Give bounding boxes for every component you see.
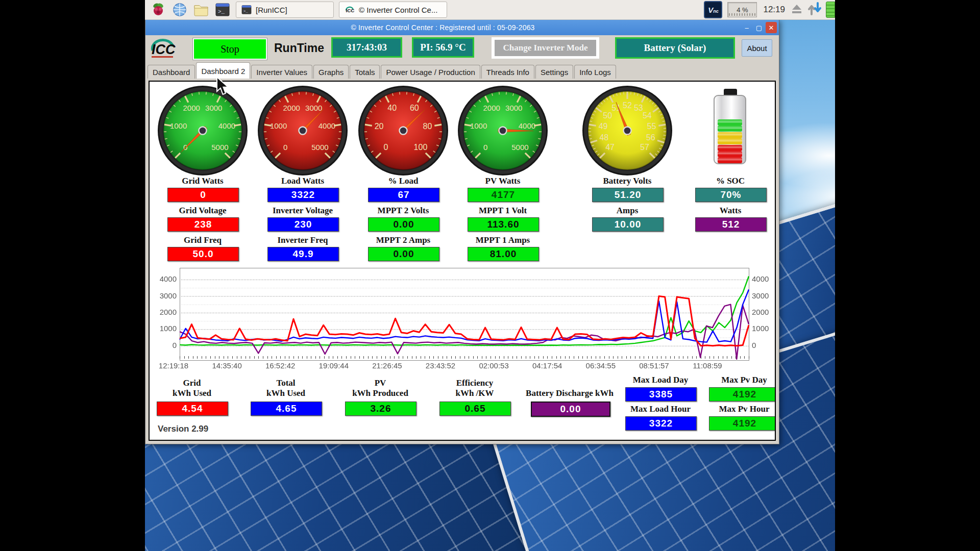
- stat-label: Grid Watts: [157, 176, 248, 186]
- taskbar-window-icc[interactable]: ICC © Inverter Control Ce...: [339, 2, 447, 18]
- web-browser-icon[interactable]: [172, 2, 188, 18]
- battery-charge-bar: [718, 145, 742, 151]
- svg-text:ICC: ICC: [346, 8, 355, 13]
- gauge-hub: [299, 127, 307, 135]
- stat-value-pv-watts: 4177: [468, 188, 539, 202]
- change-inverter-mode-wrap: Change Inverter Mode: [492, 37, 599, 59]
- file-manager-icon[interactable]: [193, 2, 209, 18]
- runtime-label: RunTime: [274, 41, 324, 55]
- svg-text:2000: 2000: [283, 104, 300, 112]
- stat-label: % Load: [358, 176, 449, 186]
- tab-power-usage-production[interactable]: Power Usage / Production: [381, 65, 480, 79]
- toolbar: ICC Stop RunTime 317:43:03 PI: 56.9 °C C…: [145, 35, 779, 62]
- battery-soc-icon: [714, 89, 747, 165]
- gauge-hub: [624, 127, 631, 135]
- battery-charge-bar: [718, 132, 742, 138]
- stat-label: Load Watts: [257, 176, 348, 186]
- eject-icon[interactable]: [791, 4, 802, 16]
- system-tray: Vnc 4 % 12:19: [704, 0, 835, 19]
- vnc-icon[interactable]: Vnc: [704, 1, 722, 18]
- svg-text:50: 50: [603, 111, 612, 120]
- gauge-load-watts: 010002000300040005000: [257, 85, 349, 177]
- svg-text:56: 56: [646, 133, 655, 142]
- stat-value-mppt-2-volts: 0.00: [368, 217, 439, 232]
- stat-label: Inverter Voltage: [257, 206, 348, 216]
- tab-inverter-values[interactable]: Inverter Values: [251, 65, 312, 79]
- gauge--load: 020406080100: [357, 85, 449, 177]
- stat-label: MPPT 2 Volts: [358, 206, 449, 216]
- svg-text:1000: 1000: [270, 121, 287, 130]
- svg-text:>_: >_: [243, 9, 249, 13]
- titlebar[interactable]: © Inverter Control Center : Registered u…: [145, 20, 779, 35]
- svg-text:20: 20: [375, 122, 384, 131]
- svg-text:52: 52: [623, 101, 632, 110]
- terminal-icon: >_: [241, 5, 252, 14]
- taskbar-window-label: © Inverter Control Ce...: [359, 6, 437, 14]
- power-history-chart: [150, 266, 776, 370]
- stat-value-grid-voltage: 238: [167, 217, 239, 232]
- stat-label: Grid Freq: [157, 235, 248, 245]
- battery-charge-bar: [718, 157, 742, 163]
- stat-label: Max Pv Hour: [699, 404, 776, 414]
- svg-text:ICC: ICC: [152, 42, 176, 57]
- stop-button[interactable]: Stop: [193, 38, 267, 60]
- gauge-hub: [199, 127, 207, 135]
- stat-value-max-load-hour: 3322: [625, 416, 697, 431]
- svg-text:80: 80: [423, 122, 432, 131]
- desktop: >_ >_ [RunICC] ICC © Inverter Control Ce…: [145, 0, 835, 551]
- battery-charge-bar: [718, 126, 742, 132]
- svg-text:57: 57: [640, 143, 649, 152]
- svg-text:1000: 1000: [170, 121, 187, 130]
- tab-settings[interactable]: Settings: [535, 65, 573, 79]
- svg-text:55: 55: [647, 122, 656, 131]
- svg-text:3000: 3000: [505, 104, 522, 112]
- cpu-usage-monitor[interactable]: 4 %: [727, 2, 757, 17]
- svg-text:5000: 5000: [211, 143, 228, 152]
- tab-bar: DashboardDashboard 2Inverter ValuesGraph…: [145, 62, 779, 79]
- stat-label: Grid kWh Used: [149, 376, 237, 398]
- svg-text:>_: >_: [218, 9, 225, 15]
- stat-label: MPPT 1 Amps: [457, 235, 548, 245]
- tab-dashboard[interactable]: Dashboard: [148, 65, 195, 79]
- gauge-hub: [499, 127, 507, 135]
- mouse-cursor: [216, 77, 230, 96]
- cpu-percent: 4 %: [737, 6, 748, 14]
- tab-info-logs[interactable]: Info Logs: [574, 65, 616, 79]
- about-button[interactable]: About: [742, 39, 772, 57]
- battery-charge-bar: [718, 138, 742, 144]
- raspberry-menu-icon[interactable]: [150, 2, 166, 18]
- stat-label: Efficiency kWh /KW: [429, 376, 520, 398]
- change-inverter-mode-button[interactable]: Change Inverter Mode: [495, 40, 596, 56]
- tab-totals[interactable]: Totals: [350, 65, 380, 79]
- updown-arrows-icon[interactable]: [807, 2, 822, 17]
- battery-charge-bar: [718, 119, 742, 126]
- svg-text:0: 0: [384, 143, 388, 152]
- battery-body: [714, 95, 746, 164]
- svg-text:2000: 2000: [183, 104, 200, 112]
- stat-label: Battery Discharge kWh: [521, 376, 619, 398]
- svg-text:4000: 4000: [218, 121, 235, 130]
- maximize-button[interactable]: ▢: [753, 22, 765, 33]
- stat-label: Watts: [685, 206, 776, 216]
- taskbar: >_ >_ [RunICC] ICC © Inverter Control Ce…: [145, 0, 835, 20]
- battery-mode-button[interactable]: Battery (Solar): [615, 37, 735, 59]
- close-button[interactable]: ✕: [766, 22, 777, 33]
- version-label: Version 2.99: [158, 424, 208, 434]
- taskbar-window-runicc[interactable]: >_ [RunICC]: [236, 2, 334, 18]
- stat-value-grid-kwh-used: 4.54: [157, 402, 228, 416]
- inverter-control-center-window: © Inverter Control Center : Registered u…: [145, 19, 779, 444]
- terminal-icon[interactable]: >_: [214, 2, 231, 18]
- tab-graphs[interactable]: Graphs: [313, 65, 349, 79]
- minimize-button[interactable]: –: [741, 22, 752, 33]
- stat-label: % SOC: [685, 176, 776, 186]
- stat-value-watts: 512: [695, 217, 767, 232]
- battery-green-icon[interactable]: [826, 2, 835, 18]
- taskbar-window-label: [RunICC]: [256, 6, 287, 14]
- gauge-grid-watts: 010002000300040005000: [157, 85, 249, 177]
- stat-value-efficiency-kwh-kw: 0.65: [439, 402, 511, 416]
- clock[interactable]: 12:19: [763, 5, 785, 15]
- pi-temperature: PI: 56.9 °C: [412, 37, 474, 58]
- tab-threads-info[interactable]: Threads Info: [481, 65, 534, 79]
- runtime-value: 317:43:03: [331, 37, 402, 58]
- stat-label: PV Watts: [457, 176, 548, 186]
